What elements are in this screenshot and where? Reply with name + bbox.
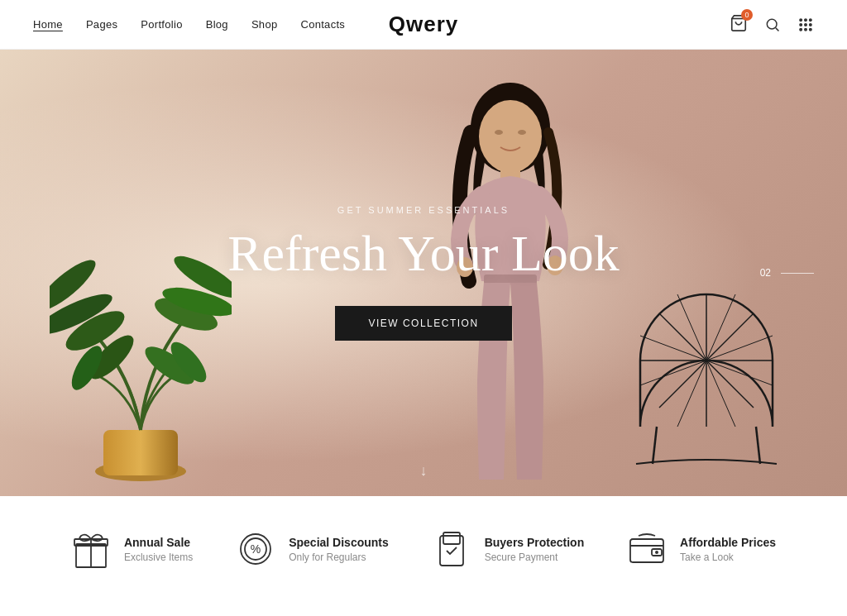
- header: Home Pages Portfolio Blog Shop Contacts …: [0, 0, 847, 50]
- plant-decoration: [50, 149, 232, 496]
- feature-annual-sale-text: Annual Sale Exclusive Items: [124, 536, 193, 563]
- discount-icon: %: [236, 529, 275, 569]
- cart-badge: 0: [741, 9, 753, 21]
- view-collection-button[interactable]: View Collection: [335, 306, 511, 341]
- slide-number: 02: [760, 267, 771, 279]
- main-nav: Home Pages Portfolio Blog Shop Contacts: [33, 18, 345, 31]
- svg-line-41: [756, 427, 760, 464]
- nav-pages[interactable]: Pages: [86, 18, 117, 31]
- svg-line-2: [776, 27, 779, 31]
- svg-point-28: [518, 130, 526, 135]
- svg-point-1: [767, 19, 777, 29]
- features-bar: Annual Sale Exclusive Items % Special Di…: [0, 496, 847, 602]
- slide-indicator: 02: [760, 267, 814, 279]
- svg-text:%: %: [251, 542, 261, 556]
- feature-special-discounts-text: Special Discounts Only for Regulars: [289, 536, 389, 563]
- shield-icon: [432, 529, 471, 569]
- svg-point-10: [805, 28, 807, 31]
- hero-subtitle: GET SUMMER ESSENTIALS: [227, 205, 620, 215]
- svg-rect-49: [443, 532, 460, 544]
- svg-rect-50: [630, 539, 663, 562]
- svg-point-4: [805, 18, 807, 21]
- chair-decoration: [624, 278, 789, 471]
- svg-point-6: [800, 23, 802, 26]
- nav-shop[interactable]: Shop: [251, 18, 278, 31]
- feature-buyers-protection: Buyers Protection Secure Payment: [432, 529, 585, 569]
- svg-point-27: [495, 130, 503, 135]
- svg-rect-13: [103, 430, 178, 475]
- feature-affordable-prices-title: Affordable Prices: [680, 536, 776, 549]
- svg-point-5: [810, 18, 812, 21]
- site-logo[interactable]: Qwery: [389, 12, 459, 37]
- gift-icon: [71, 529, 111, 569]
- feature-annual-sale-desc: Exclusive Items: [124, 552, 193, 563]
- svg-point-52: [655, 551, 658, 554]
- svg-point-9: [800, 28, 802, 31]
- svg-point-7: [805, 23, 807, 26]
- feature-special-discounts: % Special Discounts Only for Regulars: [236, 529, 389, 569]
- feature-affordable-prices-desc: Take a Look: [680, 552, 776, 563]
- feature-buyers-protection-desc: Secure Payment: [485, 552, 585, 563]
- hero-content: GET SUMMER ESSENTIALS Refresh Your Look …: [227, 205, 620, 341]
- nav-portfolio[interactable]: Portfolio: [141, 18, 182, 31]
- feature-special-discounts-desc: Only for Regulars: [289, 552, 389, 563]
- cart-button[interactable]: 0: [730, 14, 748, 36]
- feature-affordable-prices-text: Affordable Prices Take a Look: [680, 536, 776, 563]
- hero-section: GET SUMMER ESSENTIALS Refresh Your Look …: [0, 50, 847, 496]
- feature-buyers-protection-text: Buyers Protection Secure Payment: [485, 536, 585, 563]
- hero-title: Refresh Your Look: [227, 225, 620, 281]
- nav-contacts[interactable]: Contacts: [300, 18, 345, 31]
- slide-line: [781, 273, 814, 274]
- svg-point-8: [810, 23, 812, 26]
- feature-affordable-prices: Affordable Prices Take a Look: [627, 529, 776, 569]
- feature-special-discounts-title: Special Discounts: [289, 536, 389, 549]
- feature-buyers-protection-title: Buyers Protection: [485, 536, 585, 549]
- header-actions: 0: [730, 14, 814, 36]
- feature-annual-sale: Annual Sale Exclusive Items: [71, 529, 193, 569]
- svg-line-40: [653, 427, 657, 464]
- feature-annual-sale-title: Annual Sale: [124, 536, 193, 549]
- nav-home[interactable]: Home: [33, 18, 63, 31]
- wallet-icon: [627, 529, 667, 569]
- nav-blog[interactable]: Blog: [206, 18, 228, 31]
- grid-menu-button[interactable]: [797, 17, 814, 33]
- svg-point-26: [479, 100, 542, 173]
- svg-point-3: [800, 18, 802, 21]
- search-button[interactable]: [764, 17, 781, 33]
- svg-point-11: [810, 28, 812, 31]
